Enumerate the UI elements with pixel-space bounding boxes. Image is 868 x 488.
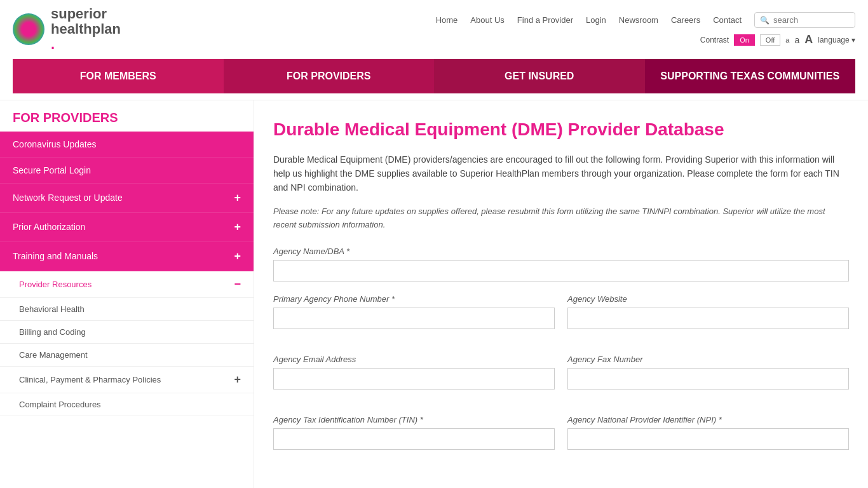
logo-text: superior healthplan. [51, 6, 121, 53]
phone-input[interactable] [273, 308, 555, 329]
search-input[interactable] [773, 15, 850, 25]
nav-find-provider[interactable]: Find a Provider [517, 15, 573, 25]
fax-group: Agency Fax Number [567, 355, 849, 390]
nav-careers[interactable]: Careers [671, 15, 700, 25]
sidebar-item-clinical-policies: Clinical, Payment & Pharmacy Policies + [0, 367, 254, 393]
sidebar-link-complaint-procedures[interactable]: Complaint Procedures [0, 393, 254, 416]
sidebar-item-care-mgmt: Care Management [0, 344, 254, 367]
mega-nav-insured[interactable]: GET INSURED [434, 59, 645, 93]
logo-area: superior healthplan. [13, 6, 121, 53]
sidebar-item-billing-coding: Billing and Coding [0, 321, 254, 344]
tin-npi-row: Agency Tax Identification Number (TIN) *… [273, 415, 849, 463]
sidebar-link-coronavirus[interactable]: Coronavirus Updates [0, 132, 254, 158]
sidebar-title: FOR PROVIDERS [0, 100, 254, 132]
nav-login[interactable]: Login [586, 15, 606, 25]
email-label: Agency Email Address [273, 355, 555, 364]
agency-name-input[interactable] [273, 260, 849, 281]
header: superior healthplan. Home About Us Find … [0, 0, 868, 100]
dme-form: Agency Name/DBA * Primary Agency Phone N… [273, 247, 849, 463]
sidebar-item-coronavirus: Coronavirus Updates [0, 132, 254, 158]
expand-prior-auth-icon: + [234, 220, 241, 234]
search-box: 🔍 [754, 12, 855, 28]
logo-line1: superior [51, 6, 121, 22]
email-fax-row: Agency Email Address Agency Fax Number [273, 355, 849, 402]
email-group: Agency Email Address [273, 355, 555, 390]
page-note: Please note: For any future updates on s… [273, 205, 849, 232]
expand-clinical-icon: + [234, 373, 241, 386]
nav-newsroom[interactable]: Newsroom [619, 15, 658, 25]
header-top: superior healthplan. Home About Us Find … [13, 6, 855, 59]
npi-input[interactable] [567, 428, 849, 450]
logo-icon [13, 13, 44, 45]
page-description: Durable Medical Equipment (DME) provider… [273, 152, 849, 195]
phone-label: Primary Agency Phone Number * [273, 294, 555, 304]
page-title: Durable Medical Equipment (DME) Provider… [273, 119, 849, 140]
sidebar-item-provider-resources: Provider Resources − [0, 271, 254, 298]
sidebar-item-complaint-procedures: Complaint Procedures [0, 393, 254, 416]
agency-name-label: Agency Name/DBA * [273, 247, 849, 256]
nav-about[interactable]: About Us [470, 15, 504, 25]
expand-provider-resources-icon: − [234, 278, 241, 291]
sidebar-item-secure-portal: Secure Portal Login [0, 158, 254, 184]
website-group: Agency Website [567, 294, 849, 329]
main-content: Durable Medical Equipment (DME) Provider… [254, 100, 868, 488]
contrast-label: Contrast [700, 36, 729, 44]
expand-training-icon: + [234, 250, 241, 263]
sidebar-menu: Coronavirus Updates Secure Portal Login … [0, 132, 254, 416]
font-small-button[interactable]: a [785, 36, 789, 44]
sidebar-item-behavioral-health: Behavioral Health [0, 298, 254, 321]
sidebar-link-clinical-policies[interactable]: Clinical, Payment & Pharmacy Policies + [0, 367, 254, 393]
fax-input[interactable] [567, 368, 849, 390]
sidebar-item-network-request: Network Request or Update + [0, 184, 254, 213]
font-med-button[interactable]: a [794, 35, 799, 45]
tin-group: Agency Tax Identification Number (TIN) * [273, 415, 555, 450]
sidebar-item-prior-auth: Prior Authorization + [0, 213, 254, 242]
contrast-on-button[interactable]: On [734, 34, 755, 46]
email-input[interactable] [273, 368, 555, 390]
nav-contact[interactable]: Contact [713, 15, 742, 25]
npi-label: Agency National Provider Identifier (NPI… [567, 415, 849, 424]
font-large-button[interactable]: A [804, 33, 813, 46]
website-input[interactable] [567, 308, 849, 329]
sidebar-link-provider-resources[interactable]: Provider Resources − [0, 271, 254, 298]
sidebar-link-training[interactable]: Training and Manuals + [0, 242, 254, 271]
main-nav: Home About Us Find a Provider Login News… [436, 12, 855, 28]
nav-area: Home About Us Find a Provider Login News… [436, 12, 855, 46]
sidebar-link-prior-auth[interactable]: Prior Authorization + [0, 213, 254, 242]
phone-group: Primary Agency Phone Number * [273, 294, 555, 329]
phone-website-row: Primary Agency Phone Number * Agency Web… [273, 294, 849, 342]
sidebar-link-behavioral-health[interactable]: Behavioral Health [0, 298, 254, 321]
contrast-off-button[interactable]: Off [760, 34, 780, 46]
mega-nav-providers[interactable]: FOR PROVIDERS [224, 59, 435, 93]
sidebar-item-training: Training and Manuals + [0, 242, 254, 271]
logo-line2: healthplan. [51, 22, 121, 52]
sidebar: FOR PROVIDERS Coronavirus Updates Secure… [0, 100, 254, 488]
sidebar-link-care-mgmt[interactable]: Care Management [0, 344, 254, 367]
tin-label: Agency Tax Identification Number (TIN) * [273, 415, 555, 424]
mega-nav: FOR MEMBERS FOR PROVIDERS GET INSURED SU… [13, 59, 855, 93]
mega-nav-members[interactable]: FOR MEMBERS [13, 59, 224, 93]
sidebar-link-secure-portal[interactable]: Secure Portal Login [0, 158, 254, 184]
language-button[interactable]: language ▾ [818, 36, 855, 44]
expand-network-icon: + [234, 191, 241, 205]
sidebar-link-network-request[interactable]: Network Request or Update + [0, 184, 254, 213]
tin-input[interactable] [273, 428, 555, 450]
website-label: Agency Website [567, 294, 849, 304]
fax-label: Agency Fax Number [567, 355, 849, 364]
sidebar-link-billing-coding[interactable]: Billing and Coding [0, 321, 254, 344]
mega-nav-communities[interactable]: SUPPORTING TEXAS COMMUNITIES [645, 59, 856, 93]
agency-name-group: Agency Name/DBA * [273, 247, 849, 281]
content-wrapper: FOR PROVIDERS Coronavirus Updates Secure… [0, 100, 868, 488]
npi-group: Agency National Provider Identifier (NPI… [567, 415, 849, 450]
search-icon: 🔍 [760, 16, 770, 25]
nav-home[interactable]: Home [436, 15, 458, 25]
accessibility-bar: Contrast On Off a a A language ▾ [700, 33, 855, 46]
